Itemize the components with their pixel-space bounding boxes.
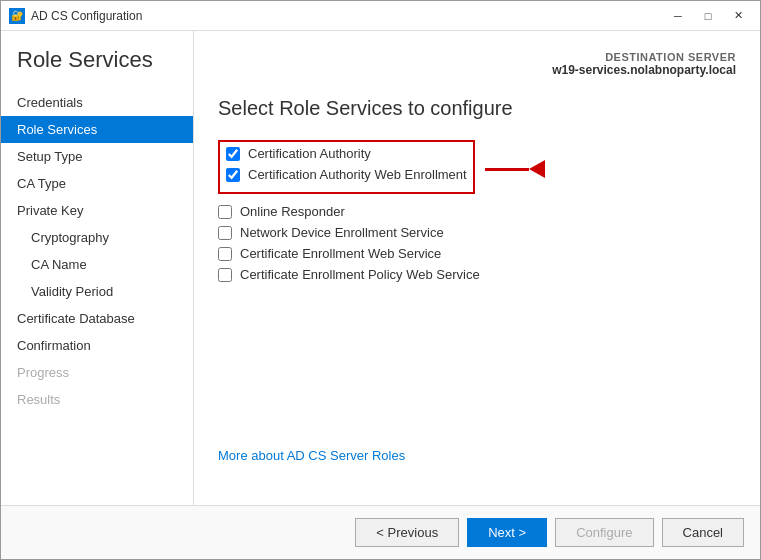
highlighted-section: Certification Authority Certification Au… (218, 140, 475, 198)
app-icon: 🔐 (9, 8, 25, 24)
sidebar-item-role-services[interactable]: Role Services (1, 116, 193, 143)
previous-button[interactable]: < Previous (355, 518, 459, 547)
page-title: Select Role Services to configure (218, 97, 736, 120)
checkbox-network-device: Network Device Enrollment Service (218, 225, 736, 240)
bottom-bar: < Previous Next > Configure Cancel (1, 505, 760, 559)
checkbox-cert-authority: Certification Authority (226, 146, 467, 161)
services-container: Certification Authority Certification Au… (218, 140, 736, 485)
maximize-button[interactable]: □ (694, 6, 722, 26)
cert-authority-web-label: Certification Authority Web Enrollment (248, 167, 467, 182)
sidebar-item-cryptography[interactable]: Cryptography (1, 224, 193, 251)
link-area: More about AD CS Server Roles (218, 288, 736, 463)
configure-button: Configure (555, 518, 653, 547)
cert-enrollment-policy-checkbox[interactable] (218, 268, 232, 282)
cert-authority-label: Certification Authority (248, 146, 371, 161)
cert-authority-checkbox[interactable] (226, 147, 240, 161)
sidebar-item-ca-name[interactable]: CA Name (1, 251, 193, 278)
title-bar: 🔐 AD CS Configuration ─ □ ✕ (1, 1, 760, 31)
footer-buttons: < Previous Next > Configure Cancel (355, 518, 744, 547)
cert-enrollment-policy-label: Certificate Enrollment Policy Web Servic… (240, 267, 480, 282)
highlight-box: Certification Authority Certification Au… (218, 140, 475, 194)
checkbox-cert-enrollment-policy: Certificate Enrollment Policy Web Servic… (218, 267, 736, 282)
sidebar-heading: Role Services (1, 47, 193, 89)
checkbox-cert-authority-web: Certification Authority Web Enrollment (226, 167, 467, 182)
sidebar-item-setup-type[interactable]: Setup Type (1, 143, 193, 170)
window-title: AD CS Configuration (31, 9, 664, 23)
content-area: Role Services Credentials Role Services … (1, 31, 760, 505)
network-device-label: Network Device Enrollment Service (240, 225, 444, 240)
sidebar-item-private-key[interactable]: Private Key (1, 197, 193, 224)
main-window: 🔐 AD CS Configuration ─ □ ✕ Role Service… (0, 0, 761, 560)
more-about-link[interactable]: More about AD CS Server Roles (218, 448, 405, 463)
destination-label: DESTINATION SERVER (218, 51, 736, 63)
cert-authority-web-checkbox[interactable] (226, 168, 240, 182)
next-button[interactable]: Next > (467, 518, 547, 547)
destination-server: DESTINATION SERVER w19-services.nolabnop… (218, 51, 736, 77)
window-controls: ─ □ ✕ (664, 6, 752, 26)
cert-enrollment-web-checkbox[interactable] (218, 247, 232, 261)
sidebar-item-confirmation[interactable]: Confirmation (1, 332, 193, 359)
cert-enrollment-web-label: Certificate Enrollment Web Service (240, 246, 441, 261)
minimize-button[interactable]: ─ (664, 6, 692, 26)
sidebar-item-certificate-database[interactable]: Certificate Database (1, 305, 193, 332)
checkbox-online-responder: Online Responder (218, 204, 736, 219)
arrow-line (485, 168, 529, 171)
main-content: DESTINATION SERVER w19-services.nolabnop… (194, 31, 760, 505)
sidebar: Role Services Credentials Role Services … (1, 31, 194, 505)
sidebar-item-credentials[interactable]: Credentials (1, 89, 193, 116)
sidebar-item-progress: Progress (1, 359, 193, 386)
red-arrow (485, 160, 545, 178)
arrow-head (529, 160, 545, 178)
online-responder-label: Online Responder (240, 204, 345, 219)
destination-value: w19-services.nolabnoparty.local (218, 63, 736, 77)
checkbox-cert-enrollment-web: Certificate Enrollment Web Service (218, 246, 736, 261)
online-responder-checkbox[interactable] (218, 205, 232, 219)
network-device-checkbox[interactable] (218, 226, 232, 240)
sidebar-item-ca-type[interactable]: CA Type (1, 170, 193, 197)
close-button[interactable]: ✕ (724, 6, 752, 26)
sidebar-item-validity-period[interactable]: Validity Period (1, 278, 193, 305)
sidebar-item-results: Results (1, 386, 193, 413)
cancel-button[interactable]: Cancel (662, 518, 744, 547)
